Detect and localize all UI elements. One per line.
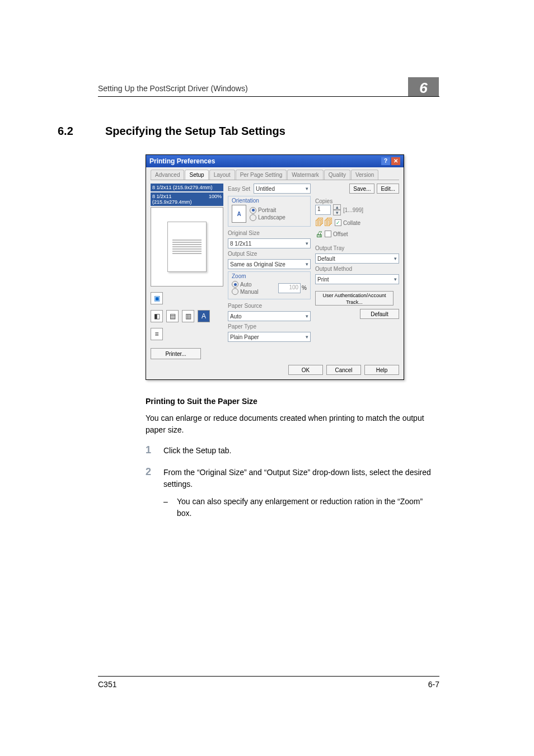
step-number-2: 2 bbox=[146, 467, 163, 519]
zoom-percent: % bbox=[302, 285, 307, 291]
pages-icon[interactable]: ▤ bbox=[166, 310, 179, 322]
easyset-edit-button[interactable]: Edit... bbox=[377, 184, 399, 194]
watermark-icon[interactable]: A bbox=[198, 310, 210, 322]
tab-watermark[interactable]: Watermark bbox=[287, 170, 324, 180]
offset-checkbox[interactable]: 🖨 Offset bbox=[315, 229, 399, 238]
paper-source-label: Paper Source bbox=[228, 303, 311, 309]
landscape-label: Landscape bbox=[258, 214, 285, 220]
preview-scale: 100% bbox=[209, 194, 222, 205]
page-preview bbox=[151, 207, 223, 287]
section-number: 6.2 bbox=[58, 125, 105, 138]
easyset-select[interactable]: Untitled▾ bbox=[254, 184, 311, 194]
orientation-legend: Orientation bbox=[232, 198, 307, 204]
output-size-select[interactable]: Same as Original Size▾ bbox=[228, 259, 311, 269]
chevron-down-icon: ▾ bbox=[306, 261, 308, 267]
auth-track-button[interactable]: User Authentication/Account Track... bbox=[315, 291, 394, 306]
tab-setup[interactable]: Setup bbox=[185, 170, 208, 180]
orientation-group: Orientation A Portrait Landscape bbox=[228, 196, 311, 227]
dialog-title: Printing Preferences bbox=[149, 157, 215, 165]
original-size-select[interactable]: 8 1/2x11▾ bbox=[228, 238, 311, 248]
help-button[interactable]: Help bbox=[364, 365, 399, 375]
zoom-legend: Zoom bbox=[232, 273, 307, 279]
step-1-text: Click the Setup tab. bbox=[163, 445, 439, 457]
chevron-down-icon: ▾ bbox=[306, 186, 308, 191]
portrait-label: Portrait bbox=[258, 207, 276, 213]
zoom-auto-radio[interactable]: Auto bbox=[232, 281, 259, 288]
paper-type-select[interactable]: Plain Paper▾ bbox=[228, 332, 311, 342]
easyset-save-button[interactable]: Save... bbox=[349, 184, 374, 194]
running-header: Setting Up the PostScript Driver (Window… bbox=[98, 84, 439, 93]
cancel-button[interactable]: Cancel bbox=[326, 365, 361, 375]
subsection-heading: Printing to Suit the Paper Size bbox=[146, 397, 439, 406]
original-size-value: 8 1/2x11 bbox=[230, 241, 251, 247]
layout-icon[interactable]: ◧ bbox=[151, 310, 163, 322]
orientation-icon: A bbox=[232, 205, 246, 223]
landscape-radio[interactable]: Landscape bbox=[250, 214, 285, 221]
copies-spin-up[interactable]: ▴ bbox=[333, 204, 341, 210]
footer-model: C351 bbox=[98, 680, 116, 689]
list-icon[interactable]: ≡ bbox=[151, 328, 163, 340]
chevron-down-icon: ▾ bbox=[306, 313, 308, 319]
default-button[interactable]: Default bbox=[360, 309, 399, 319]
copies-spin-down[interactable]: ▾ bbox=[333, 210, 341, 215]
original-size-label: Original Size bbox=[228, 230, 311, 236]
step-number-1: 1 bbox=[146, 445, 163, 457]
offset-label: Offset bbox=[333, 231, 348, 237]
copies-label: Copies bbox=[315, 198, 399, 204]
section-title: Specifying the Setup Tab Settings bbox=[105, 125, 285, 138]
close-icon[interactable]: ✕ bbox=[391, 157, 400, 165]
help-icon[interactable]: ? bbox=[381, 157, 390, 165]
easyset-label: Easy Set bbox=[228, 186, 250, 192]
collate-icon: 🗐🗐 bbox=[315, 218, 333, 228]
bullet-dash: – bbox=[163, 496, 177, 519]
collate-label: Collate bbox=[343, 220, 360, 226]
copies-icon[interactable]: ▥ bbox=[182, 310, 194, 322]
step-2-sub-text: You can also specify any enlargement or … bbox=[177, 496, 439, 519]
output-method-value: Print bbox=[317, 276, 329, 283]
chevron-down-icon: ▾ bbox=[306, 241, 308, 246]
tab-layout[interactable]: Layout bbox=[209, 170, 235, 180]
tab-perpage[interactable]: Per Page Setting bbox=[236, 170, 287, 180]
footer-rule bbox=[98, 676, 439, 677]
dialog-titlebar: Printing Preferences ? ✕ bbox=[146, 155, 404, 167]
chevron-down-icon: ▾ bbox=[306, 334, 308, 340]
copies-range: [1...999] bbox=[343, 207, 363, 213]
paper-source-value: Auto bbox=[230, 313, 242, 320]
copies-input[interactable]: 1 bbox=[315, 205, 331, 215]
ok-button[interactable]: OK bbox=[288, 365, 323, 375]
section-heading: 6.2 Specifying the Setup Tab Settings bbox=[98, 125, 439, 138]
paper-type-label: Paper Type bbox=[228, 323, 311, 330]
preview-size-2-text: 8 1/2x11 (215.9x279.4mm) bbox=[152, 194, 209, 205]
dialog-tabs: Advanced Setup Layout Per Page Setting W… bbox=[151, 170, 399, 180]
output-method-select[interactable]: Print▾ bbox=[315, 274, 399, 284]
output-size-value: Same as Original Size bbox=[230, 261, 285, 267]
tab-quality[interactable]: Quality bbox=[324, 170, 350, 180]
paper-type-value: Plain Paper bbox=[230, 334, 259, 340]
easyset-value: Untitled bbox=[256, 186, 275, 192]
portrait-radio[interactable]: Portrait bbox=[250, 207, 285, 214]
zoom-input[interactable]: 100 bbox=[278, 283, 301, 293]
footer-page: 6-7 bbox=[428, 680, 439, 689]
chevron-down-icon: ▾ bbox=[394, 256, 397, 261]
tab-version[interactable]: Version bbox=[351, 170, 378, 180]
collate-checkbox[interactable]: 🗐🗐 ✓Collate bbox=[315, 218, 399, 228]
offset-icon: 🖨 bbox=[315, 229, 323, 238]
preview-icon[interactable]: ▣ bbox=[151, 292, 163, 304]
output-size-label: Output Size bbox=[228, 251, 311, 257]
tab-advanced[interactable]: Advanced bbox=[151, 170, 184, 180]
preview-size-2: 8 1/2x11 (215.9x279.4mm) 100% bbox=[151, 192, 223, 206]
output-method-label: Output Method bbox=[315, 266, 399, 272]
header-rule bbox=[98, 96, 439, 97]
zoom-manual-label: Manual bbox=[240, 289, 259, 295]
zoom-group: Zoom Auto Manual 100 % bbox=[228, 271, 311, 299]
zoom-auto-label: Auto bbox=[240, 281, 252, 288]
chevron-down-icon: ▾ bbox=[394, 276, 397, 282]
intro-paragraph: You can enlarge or reduce documents crea… bbox=[146, 412, 439, 436]
zoom-manual-radio[interactable]: Manual bbox=[232, 288, 259, 295]
step-2-text: From the “Original Size” and “Output Siz… bbox=[163, 468, 431, 489]
preview-size-1: 8 1/2x11 (215.9x279.4mm) bbox=[151, 184, 223, 191]
output-tray-select[interactable]: Default▾ bbox=[315, 253, 399, 264]
output-tray-value: Default bbox=[317, 256, 335, 262]
paper-source-select[interactable]: Auto▾ bbox=[228, 311, 311, 321]
printer-button[interactable]: Printer... bbox=[151, 348, 201, 359]
